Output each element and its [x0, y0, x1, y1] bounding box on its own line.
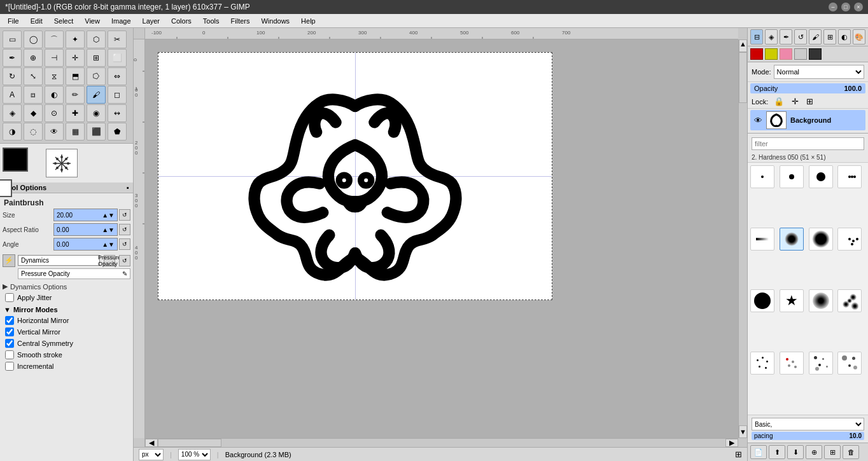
tool-posterize[interactable]: ▦: [66, 123, 85, 141]
tool-text[interactable]: A: [3, 86, 22, 104]
tool-eraser[interactable]: ◻: [108, 86, 127, 104]
titlebar-controls[interactable]: – □ ×: [829, 3, 863, 11]
menu-colors[interactable]: Colors: [166, 16, 197, 26]
minimize-button[interactable]: –: [829, 3, 837, 11]
color-tab-red[interactable]: [750, 48, 763, 60]
brush-category-select[interactable]: Basic, Classic Sketch: [752, 418, 864, 430]
brush-cell-7[interactable]: [809, 228, 833, 251]
brush-cell-star[interactable]: ★: [780, 289, 804, 312]
brush-cell-scatter3[interactable]: [837, 352, 862, 375]
tool-desaturate[interactable]: ◌: [24, 123, 43, 141]
tool-transform[interactable]: ⭔: [87, 67, 106, 85]
brush-cell-4[interactable]: [837, 165, 862, 188]
raise-layer-button[interactable]: ⬆: [769, 445, 785, 459]
incremental-checkbox[interactable]: [5, 362, 14, 371]
tool-ink[interactable]: ◆: [24, 104, 43, 122]
tool-shear[interactable]: ⧖: [45, 67, 64, 85]
foreground-color[interactable]: [3, 148, 28, 172]
brush-cell-8[interactable]: [837, 228, 862, 251]
tool-fuzzy-select[interactable]: ✦: [66, 31, 85, 48]
dynamics-reset[interactable]: ↺: [119, 255, 130, 266]
canvas-frame[interactable]: [158, 52, 552, 300]
lower-layer-button[interactable]: ⬇: [787, 445, 804, 459]
brush-cell-red-dot[interactable]: [780, 352, 804, 375]
tool-paintbrush[interactable]: 🖌: [87, 86, 106, 104]
brush-cell-dots1[interactable]: [750, 352, 774, 375]
tool-colorbalance[interactable]: ⬛: [87, 123, 106, 141]
tool-blend[interactable]: ◐: [45, 86, 64, 104]
brush-cell-5[interactable]: [750, 228, 774, 251]
menu-file[interactable]: File: [3, 16, 24, 26]
mirror-modes-section[interactable]: ▼ Mirror Modes: [3, 303, 130, 315]
tool-flip[interactable]: ⇔: [108, 67, 127, 85]
color-tab-gray[interactable]: [794, 48, 807, 60]
tool-perspective[interactable]: ⬒: [66, 67, 85, 85]
tool-dodge[interactable]: ◑: [3, 123, 22, 141]
brush-cell-3[interactable]: [809, 165, 833, 188]
brush-cell-scatter2[interactable]: [809, 352, 833, 375]
menu-image[interactable]: Image: [106, 16, 136, 26]
layer-visibility-toggle[interactable]: 👁: [754, 116, 762, 125]
channels-button[interactable]: ◈: [765, 29, 778, 45]
palette-button[interactable]: 🎨: [853, 29, 865, 45]
vscroll-up[interactable]: ▲: [739, 39, 747, 52]
menu-view[interactable]: View: [80, 16, 105, 26]
smooth-stroke-checkbox[interactable]: [5, 350, 14, 359]
angle-reset[interactable]: ↺: [119, 238, 130, 250]
tool-measure[interactable]: ⊣: [45, 49, 64, 67]
tool-blur[interactable]: ◉: [87, 104, 106, 122]
delete-layer-button[interactable]: 🗑: [843, 445, 859, 459]
dynamics-icon[interactable]: ⚡: [3, 254, 15, 267]
brush-cell-circle-large[interactable]: [750, 289, 774, 312]
horizontal-mirror-checkbox[interactable]: [5, 316, 14, 325]
aspect-ratio-input[interactable]: 0.00 ▲▼: [53, 223, 118, 236]
tool-bucket-fill[interactable]: ⧈: [24, 86, 43, 104]
menu-edit[interactable]: Edit: [25, 16, 48, 26]
tool-free-select[interactable]: ⌒: [45, 31, 64, 48]
size-input[interactable]: 20.00 ▲▼: [53, 209, 118, 221]
tool-airbrush[interactable]: ◈: [3, 104, 22, 122]
lock-pixels-button[interactable]: 🔒: [772, 96, 786, 107]
brush-cell-spray1[interactable]: [837, 289, 862, 312]
tool-clone[interactable]: ⊙: [45, 104, 64, 122]
vertical-scrollbar[interactable]: ▲ ▼: [738, 39, 747, 438]
navigator-icon[interactable]: ⊞: [735, 450, 742, 459]
horizontal-scrollbar[interactable]: ◀ ▶: [145, 438, 738, 447]
new-layer-button[interactable]: 📄: [750, 445, 767, 459]
tool-foreground-select[interactable]: ⬟: [108, 123, 127, 141]
brushes-button[interactable]: 🖌: [809, 29, 822, 45]
tool-rotate[interactable]: ↻: [3, 67, 22, 85]
tool-align[interactable]: ⊞: [87, 49, 106, 67]
brush-cell-1[interactable]: [750, 165, 774, 188]
mode-select[interactable]: Normal Dissolve Multiply Screen: [774, 65, 864, 79]
size-reset[interactable]: ↺: [119, 209, 130, 221]
tool-paths[interactable]: ✒: [3, 49, 22, 67]
hscroll-thumb[interactable]: [158, 439, 221, 447]
tool-scale[interactable]: ⤡: [24, 67, 43, 85]
tool-options-header[interactable]: Tool Options ▪: [0, 182, 133, 193]
hscroll-left[interactable]: ◀: [145, 439, 158, 447]
color-tab-yellow[interactable]: [765, 48, 778, 60]
background-color[interactable]: [0, 179, 12, 197]
menu-layer[interactable]: Layer: [137, 16, 165, 26]
tool-pencil[interactable]: ✏: [66, 86, 85, 104]
dynamics-options-section[interactable]: ▶ Dynamics Options: [3, 281, 130, 292]
menu-tools[interactable]: Tools: [198, 16, 225, 26]
brush-filter-input[interactable]: [752, 137, 864, 150]
merge-layer-button[interactable]: ⊞: [824, 445, 841, 459]
undo-history-button[interactable]: ↺: [794, 29, 807, 45]
canvas-scroll[interactable]: [145, 39, 738, 438]
central-symmetry-checkbox[interactable]: [5, 339, 14, 348]
close-button[interactable]: ×: [854, 3, 863, 11]
paths-panel-button[interactable]: ✒: [780, 29, 792, 45]
tool-heal[interactable]: ✚: [66, 104, 85, 122]
gradients-button[interactable]: ◐: [838, 29, 851, 45]
unit-select[interactable]: px mm in: [139, 449, 164, 460]
vscroll-thumb[interactable]: [739, 52, 747, 103]
tool-smudge[interactable]: ↭: [108, 104, 127, 122]
menu-windows[interactable]: Windows: [256, 16, 295, 26]
tool-options-expand[interactable]: ▪: [127, 184, 129, 191]
dynamics-edit[interactable]: ✎: [122, 270, 127, 277]
tool-color-picker[interactable]: ⊕: [24, 49, 43, 67]
menu-filters[interactable]: Filters: [226, 16, 255, 26]
